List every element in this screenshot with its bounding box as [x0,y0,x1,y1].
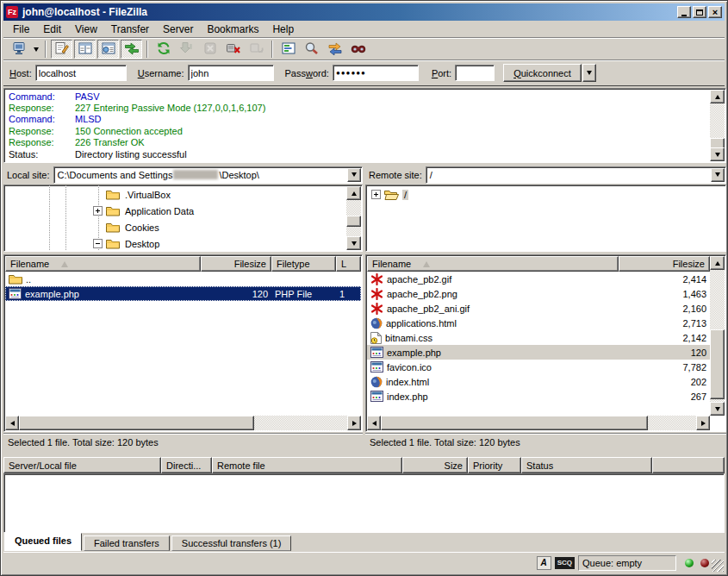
scroll-down-button[interactable] [346,236,361,250]
tree-item-virtualbox[interactable]: .VirtualBox [4,186,346,203]
tree-item-cookies[interactable]: Cookies [4,219,346,235]
minimize-icon [681,15,687,16]
tab-queued-files[interactable]: Queued files [4,533,82,551]
scroll-left-button[interactable] [5,416,19,430]
local-site-combobox[interactable]: C:\Documents and Settings\Desktop\ [53,166,363,184]
directory-listing-filters-button[interactable] [277,40,299,59]
remote-list-hscrollbar[interactable] [367,416,710,430]
host-input[interactable] [35,65,127,81]
scroll-up-button[interactable] [346,186,361,200]
scroll-right-button[interactable] [696,416,710,430]
column-header-filesize[interactable]: Filesize [619,256,710,272]
scroll-up-button[interactable] [710,90,725,103]
scroll-down-button[interactable] [710,147,725,161]
password-input[interactable] [333,65,419,81]
column-header-server-local-file[interactable]: Server/Local file [3,457,161,473]
toggle-transfer-queue-button[interactable] [121,40,142,59]
expander-plus-icon[interactable] [371,190,381,199]
filename-cell: apache_pb2.png [367,286,619,301]
file-row-example-php[interactable]: example.php120PHP File1 [5,286,361,301]
file-row-[interactable]: .. [5,272,361,286]
file-row-apache-pb2-png[interactable]: apache_pb2.png1,463 [367,286,710,301]
chevron-down-icon [352,172,357,177]
remote-status-text: Selected 1 file. Total size: 120 bytes [365,433,726,451]
scroll-thumb[interactable] [710,329,725,399]
maximize-button[interactable] [693,6,706,18]
file-row-bitnami-css[interactable]: bitnami.css2,142 [367,330,710,345]
scroll-down-button[interactable] [710,402,725,416]
remote-site-dropdown[interactable] [711,168,725,182]
menu-transfer[interactable]: Transfer [104,21,156,38]
synchronized-browsing-button[interactable] [324,40,345,59]
scroll-thumb[interactable] [381,416,648,430]
menu-help[interactable]: Help [265,21,301,38]
file-row-apache-pb2-ani-gif[interactable]: apache_pb2_ani.gif2,160 [367,301,710,316]
tab-successful-transfers-1[interactable]: Successful transfers (1) [171,535,292,551]
file-row-index-php[interactable]: index.php267 [367,389,710,404]
local-list-hscrollbar[interactable] [5,416,361,430]
column-header-l[interactable]: L [336,256,361,272]
tree-item-label: Desktop [123,239,161,249]
triangle-left-icon [372,421,376,426]
sync-icon [327,41,343,57]
scroll-right-button[interactable] [347,416,361,430]
menu-edit[interactable]: Edit [36,21,68,38]
toggle-local-tree-button[interactable] [74,40,96,59]
menu-file[interactable]: File [6,21,36,38]
close-button[interactable]: × [708,6,722,18]
find-files-button[interactable] [347,40,369,59]
expander-plus-icon[interactable] [93,206,103,216]
tree-item-application-data[interactable]: Application Data [4,203,346,219]
file-row-favicon-ico[interactable]: favicon.ico7,782 [367,360,710,374]
filename-cell: example.php [5,286,201,301]
port-input[interactable] [455,65,495,81]
refresh-file-lists-button[interactable] [152,40,174,59]
menu-bookmarks[interactable]: Bookmarks [200,21,265,38]
local-tree-scrollbar[interactable] [346,186,361,250]
scroll-left-button[interactable] [367,416,381,430]
remote-list-vscrollbar[interactable] [710,256,725,416]
file-row-index-html[interactable]: index.html202 [367,374,710,389]
transfer-queue-body [3,473,725,533]
username-input[interactable] [188,65,274,81]
column-header-status[interactable]: Status [521,457,652,473]
minimize-button[interactable] [677,6,691,18]
column-header-filename[interactable]: Filename [367,256,619,272]
port-label: Port: [432,68,451,78]
quickconnect-button[interactable]: Quickconnect [503,64,582,82]
column-header-priority[interactable]: Priority [468,457,521,473]
column-header-[interactable] [652,457,725,473]
column-header-remote-file[interactable]: Remote file [212,457,402,473]
scroll-thumb[interactable] [19,416,254,430]
tree-item-desktop[interactable]: Desktop [4,235,346,252]
column-header-filesize[interactable]: Filesize [201,256,271,272]
close-icon: × [712,8,718,16]
menu-server[interactable]: Server [156,21,200,38]
log-line: Response:226 Transfer OK [6,137,708,148]
column-header-directi[interactable]: Directi... [161,457,212,473]
expander-minus-icon[interactable] [93,239,103,248]
column-header-filetype[interactable]: Filetype [271,256,336,272]
file-row-apache-pb2-gif[interactable]: apache_pb2.gif2,414 [367,272,710,286]
quickconnect-dropdown[interactable] [582,64,596,82]
log-scrollbar[interactable] [710,90,725,161]
column-header-filename[interactable]: Filename [5,256,201,272]
menu-view[interactable]: View [68,21,104,38]
toggle-remote-tree-button[interactable] [97,40,119,59]
file-row-example-php[interactable]: example.php120 [367,345,710,360]
scroll-up-button[interactable] [710,256,725,270]
disconnect-from-server-button[interactable] [222,40,244,59]
file-row-applications-html[interactable]: applications.html2,713 [367,316,710,330]
log-line-label: Response: [9,103,75,113]
remote-site-combobox[interactable]: / [426,166,726,184]
scroll-thumb[interactable] [346,216,361,227]
resize-grip[interactable] [712,560,724,572]
site-manager-dropdown[interactable] [30,40,41,59]
column-header-size[interactable]: Size [402,457,468,473]
tree-item-[interactable]: / [366,186,724,203]
tab-failed-transfers[interactable]: Failed transfers [84,535,170,551]
local-site-dropdown[interactable] [347,168,361,182]
toggle-message-log-button[interactable] [51,40,72,59]
directory-comparison-button[interactable] [301,40,322,59]
open-site-manager-button[interactable] [8,40,29,59]
